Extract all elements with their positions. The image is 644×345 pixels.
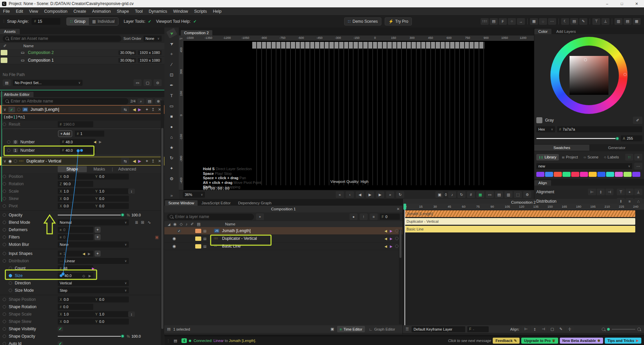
prev-keyframe-icon[interactable]: ◀ <box>83 252 85 256</box>
next-keyframe-icon[interactable]: ▶ <box>390 229 392 233</box>
panels-icon[interactable]: ▤ <box>490 18 498 25</box>
viewport-canvas[interactable]: Hold S Direct Layer SelectionSpace Play/… <box>183 41 534 190</box>
color-swatch[interactable] <box>580 172 588 177</box>
attribute-radio[interactable] <box>3 228 6 231</box>
trash-icon[interactable]: ⊝ <box>154 79 162 86</box>
maximize-button[interactable]: □ <box>614 0 629 7</box>
color-swatch[interactable] <box>536 172 544 177</box>
value-field[interactable]: Y0.0 <box>93 203 129 209</box>
align-bottom-icon[interactable]: ⊥ <box>601 18 609 25</box>
attribute-radio[interactable] <box>3 190 6 193</box>
attribute-radio[interactable] <box>3 320 6 323</box>
number-field[interactable]: #0.0 <box>58 304 93 310</box>
value-field[interactable]: Y1.0 <box>93 311 129 317</box>
menu-composition[interactable]: Composition <box>41 9 70 14</box>
snap-angle-field[interactable]: # 15 <box>32 18 60 25</box>
number-field[interactable]: 40.0 <box>58 273 93 279</box>
value-field[interactable]: X0.0 <box>58 174 93 180</box>
opacity-slider[interactable] <box>58 215 123 215</box>
add-count-field[interactable]: #1 <box>75 131 104 137</box>
attribute-radio[interactable] <box>9 289 12 292</box>
menu-scripts[interactable]: Scripts <box>191 9 210 14</box>
color-swatch[interactable] <box>632 172 640 177</box>
tab-advanced[interactable]: Advanced <box>113 166 142 172</box>
color-swatch[interactable] <box>624 172 632 177</box>
menu-tool[interactable]: Tool <box>132 9 146 14</box>
layer-color-swatch[interactable] <box>195 229 201 233</box>
play-reverse-button[interactable]: ◀ <box>356 191 364 198</box>
zoom-out-icon[interactable] <box>602 328 605 331</box>
color-swatch[interactable] <box>615 172 623 177</box>
time-editor-button[interactable]: ≡ Time Editor <box>337 326 365 332</box>
menu-edit[interactable]: Edit <box>13 9 26 14</box>
next-keyframe-icon[interactable]: ▶ <box>138 107 141 112</box>
solo-radio[interactable] <box>14 159 17 163</box>
message-count-badge[interactable]: 4 <box>181 338 187 343</box>
layer-color-swatch[interactable] <box>195 244 201 249</box>
tab-composition-2[interactable]: Composition 2 <box>181 30 212 36</box>
folder-icon[interactable]: ▭ <box>133 79 142 86</box>
project-icon[interactable]: ▤ <box>3 79 11 86</box>
saturation-marker[interactable] <box>584 58 587 61</box>
table-icon[interactable]: ▤ <box>570 18 578 25</box>
attribute-radio[interactable] <box>7 149 10 152</box>
dropdown[interactable]: Vertical∨ <box>58 280 129 286</box>
link-xy-icon[interactable]: ↕ <box>128 312 135 317</box>
tab-add-layers[interactable]: Add Layers <box>552 29 580 34</box>
jsmath-header[interactable]: ∨ ✓ JS Jsmath [Length] ⇆ ◀ ▶ ✦ ↥ ✕ <box>0 105 164 114</box>
viewport-tool-help-check-icon[interactable]: ✓ <box>193 19 197 24</box>
monitor-icon[interactable]: ▢ <box>144 79 152 86</box>
next-keyframe-icon[interactable]: ▶ <box>89 274 91 278</box>
feedback-button[interactable]: Feedback✎ <box>493 338 520 344</box>
prev-keyframe-icon[interactable]: ◀ <box>384 229 387 233</box>
nodes-icon[interactable]: ⁘ <box>508 18 516 25</box>
target-filter-icon[interactable]: ⁝ <box>360 213 368 220</box>
next-keyframe-icon[interactable]: ▶ <box>390 237 392 240</box>
number-field[interactable]: #40.0 <box>60 147 96 153</box>
pen-keys-icon[interactable]: ✎ <box>557 326 565 333</box>
value-field[interactable]: Y0.0 <box>93 174 129 180</box>
list-options-icon[interactable]: ≣ <box>135 220 138 225</box>
try-pro-button[interactable]: ⚡ Try Pro <box>385 17 412 25</box>
tool-pen[interactable]: ✒ <box>167 81 176 89</box>
value-field[interactable]: X1.0 <box>58 188 93 194</box>
attribute-radio[interactable] <box>3 197 6 200</box>
attribute-radio[interactable] <box>3 175 6 178</box>
distribute-grid-icon[interactable]: ∴ <box>634 198 642 205</box>
individual-button[interactable]: ▩ Individual <box>89 18 118 25</box>
tab-swatches[interactable]: Swatches <box>534 145 589 151</box>
enabled-check-icon[interactable]: ✓ <box>177 229 181 233</box>
attribute-radio[interactable] <box>3 221 6 224</box>
color-swatch[interactable] <box>554 172 562 177</box>
menu-create[interactable]: Create <box>70 9 89 14</box>
zoom-search-icon[interactable]: ⌕ <box>138 98 144 104</box>
attribute-radio[interactable] <box>9 267 12 270</box>
hook-icon[interactable]: ☾ <box>561 18 569 25</box>
attribute-radio[interactable] <box>3 204 6 208</box>
color-swatch[interactable] <box>597 172 605 177</box>
grid-icon[interactable]: # <box>467 191 475 198</box>
columns-2-icon[interactable]: ▥ <box>614 18 623 25</box>
align-left-keys-icon[interactable]: ⊢ <box>522 326 530 333</box>
upgrade-to-pro-button[interactable]: Upgrade to Pro♛ <box>521 338 558 344</box>
tab-javascript-editor[interactable]: JavaScript Editor <box>198 200 234 206</box>
group-button[interactable]: ∷ Group <box>67 18 89 25</box>
solo-radio[interactable] <box>17 108 20 111</box>
saturation-square[interactable] <box>570 56 608 95</box>
dropdown[interactable]: ⋯Linear∨ <box>58 258 129 264</box>
value-field[interactable]: X0.0 <box>58 196 93 202</box>
tab-generator[interactable]: Generator <box>589 145 644 151</box>
value-field[interactable]: X0.0 <box>58 319 93 325</box>
left-scrollbar[interactable] <box>161 100 164 345</box>
value-field[interactable]: X1.0 <box>58 311 93 317</box>
align-center-h-icon[interactable]: ‡ <box>597 189 605 195</box>
sort-order-dropdown[interactable]: None∨ <box>144 36 162 42</box>
collapse-chevron-icon[interactable]: ∨ <box>3 159 6 163</box>
go-to-start-button[interactable]: « <box>336 191 344 198</box>
value-field[interactable]: Y0.0 <box>93 196 129 202</box>
dropdown[interactable]: Step∨ <box>58 287 129 293</box>
layer-radio[interactable] <box>395 245 398 248</box>
loop-button[interactable]: ↻ <box>396 191 404 198</box>
checkbox-checked-icon[interactable]: ✓ <box>58 327 63 331</box>
tool-settings[interactable]: ⚙ <box>167 175 176 182</box>
